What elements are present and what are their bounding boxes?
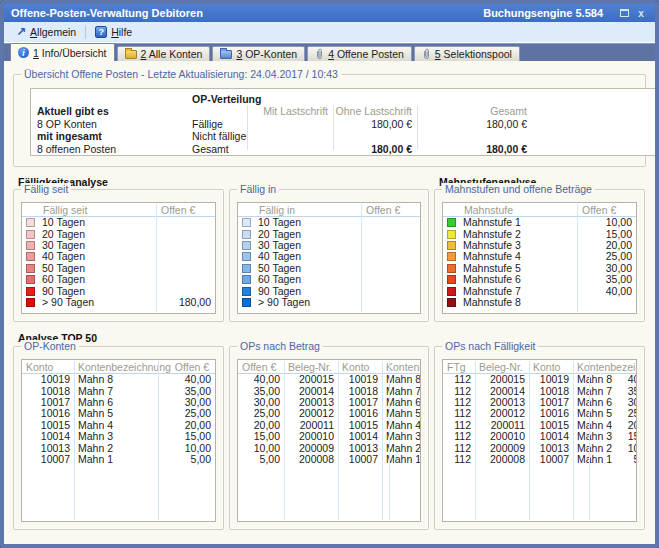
arrow-up-right-icon: ↗ <box>16 27 26 37</box>
menu-item-label: Hilfe <box>111 26 132 38</box>
menu-item-hilfe[interactable]: Hilfe <box>91 24 136 40</box>
table-row[interactable]: 40 Tagen <box>238 251 420 262</box>
table-row[interactable]: Mahnstufe 425,00 <box>443 251 636 262</box>
column-divider <box>529 361 530 520</box>
table-row[interactable]: 10019Mahn 840,00 <box>22 374 215 385</box>
mahnstufen-frame-label: Mahnstufen und offene Beträge <box>442 183 595 195</box>
engine-version: Buchungsengine 5.584 <box>483 7 603 19</box>
column-header: Mahnstufe <box>443 204 578 216</box>
column-header: Kontenbezeichnung <box>74 361 171 373</box>
value-faellige-gesamt: 180,00 € <box>417 118 532 130</box>
folder-icon <box>125 50 137 59</box>
table-header-row: Fällig inOffen € <box>238 203 420 217</box>
menu-item-allgemein[interactable]: ↗Allgemein <box>12 24 80 40</box>
overview-frame-label: Übersicht Offene Posten - Letzte Aktuali… <box>21 68 341 80</box>
table-row[interactable]: 10007Mahn 15,00 <box>22 454 215 465</box>
table-row[interactable]: > 90 Tagen180,00 <box>22 297 215 308</box>
column-divider <box>573 361 574 520</box>
column-header-mit-lastschrift: Mit Lastschrift <box>247 105 333 117</box>
table-row[interactable]: 5,0020000810007Mahn 1112 <box>238 454 420 465</box>
tab-offene-posten[interactable]: 4 Offene Posten <box>307 46 412 61</box>
column-divider <box>389 361 390 520</box>
row-label-nicht-faellige: Nicht fällige <box>192 130 247 142</box>
column-header: Offen € <box>238 361 284 373</box>
faellig-in-groupbox: Fällig in Fällig inOffen €10 Tagen20 Tag… <box>229 189 429 322</box>
tab-bar: 1 Info/Übersicht2 Alle Konten3 OP-Konten… <box>4 43 655 61</box>
faellig-seit-groupbox: Fällig seit Fällig seitOffen €10 Tagen20… <box>13 189 224 322</box>
color-swatch <box>242 287 251 296</box>
column-header: Fällig in <box>238 204 362 216</box>
table-row[interactable]: 40 Tagen <box>22 251 215 262</box>
color-swatch <box>242 218 251 227</box>
table-row[interactable]: Mahnstufe 635,00 <box>443 274 636 285</box>
color-swatch <box>242 230 251 239</box>
column-divider <box>338 361 339 520</box>
table-row[interactable]: 25,0020001210016Mahn 5112 <box>238 408 420 419</box>
color-swatch <box>242 264 251 273</box>
op-accounts-icon <box>220 50 232 59</box>
table-row[interactable]: 10016Mahn 525,00 <box>22 408 215 419</box>
color-swatch <box>26 241 35 250</box>
tab-selektionspool[interactable]: 5 Selektionspool <box>414 46 520 61</box>
faellig-seit-frame-label: Fällig seit <box>21 183 71 195</box>
column-divider <box>333 105 334 150</box>
color-swatch <box>26 252 35 261</box>
paperclip-icon <box>422 48 431 60</box>
tab-info-uebersicht[interactable]: 1 Info/Übersicht <box>10 43 115 61</box>
table-row[interactable]: 10 Tagen <box>238 217 420 228</box>
overview-groupbox: Übersicht Offene Posten - Letzte Aktuali… <box>13 74 646 167</box>
row-label-gesamt: Gesamt <box>192 143 247 155</box>
table-row[interactable]: 60 Tagen <box>22 274 215 285</box>
column-divider <box>74 361 75 520</box>
color-swatch <box>242 275 251 284</box>
table-row[interactable]: 11220001010014Mahn 315,00 <box>443 431 636 442</box>
menu-separator <box>85 26 86 39</box>
tab-alle-konten[interactable]: 2 Alle Konten <box>117 46 211 61</box>
summary-line: 8 offenen Posten <box>37 143 192 155</box>
table-row[interactable]: 11220001210016Mahn 525,00 <box>443 408 636 419</box>
ops-nach-betrag-frame-label: OPs nach Betrag <box>237 340 323 352</box>
op-konten-frame-label: OP-Konten <box>21 340 79 352</box>
table-header-row: Fällig seitOffen € <box>22 203 215 217</box>
table-row[interactable]: 15,0020001010014Mahn 3112 <box>238 431 420 442</box>
color-swatch <box>26 230 35 239</box>
restore-window-button[interactable] <box>617 7 631 20</box>
close-window-button[interactable]: x <box>634 7 648 20</box>
restore-icon <box>620 9 629 17</box>
column-header-ohne-lastschrift: Ohne Lastschrift <box>333 105 417 117</box>
info-icon <box>18 47 29 58</box>
op-konten-groupbox: OP-Konten KontoKontenbezeichnungOffen €1… <box>13 346 224 530</box>
tab-op-konten[interactable]: 3 OP-Konten <box>212 46 305 61</box>
window-title: Offene-Posten-Verwaltung Debitoren <box>11 7 483 19</box>
table-row[interactable]: 11220000810007Mahn 15,00 <box>443 454 636 465</box>
table-row[interactable]: Mahnstufe 110,00 <box>443 217 636 228</box>
faellig-in-frame-label: Fällig in <box>237 183 279 195</box>
value-faellige-ohne: 180,00 € <box>333 118 417 130</box>
titlebar: Offene-Posten-Verwaltung Debitoren Buchu… <box>4 4 655 22</box>
top50-heading: Analyse TOP 50 <box>13 332 646 344</box>
color-swatch <box>26 298 35 307</box>
color-swatch <box>447 264 456 273</box>
table-header-row: MahnstufeOffen € <box>443 203 636 217</box>
table-row[interactable]: 40,0020001510019Mahn 8112 <box>238 374 420 385</box>
ops-nach-betrag-groupbox: OPs nach Betrag Offen €Beleg-Nr.KontoKon… <box>229 346 429 530</box>
tab-label: 3 OP-Konten <box>236 48 297 60</box>
color-swatch <box>447 218 456 227</box>
tab-label: 5 Selektionspool <box>435 48 512 60</box>
column-header: Beleg-Nr. <box>475 361 529 373</box>
color-swatch <box>26 218 35 227</box>
column-header: Offen € <box>578 204 636 216</box>
table-row[interactable]: 10 Tagen <box>22 217 215 228</box>
column-header: Offen € <box>157 204 215 216</box>
table-row[interactable]: > 90 Tagen <box>238 297 420 308</box>
help-icon <box>95 26 107 38</box>
column-header: Offen € <box>171 361 216 373</box>
table-row[interactable]: 10014Mahn 315,00 <box>22 431 215 442</box>
content-area: Übersicht Offene Posten - Letzte Aktuali… <box>4 61 655 530</box>
value-gesamt-ohne: 180,00 € <box>333 143 417 155</box>
faellig-in-table: Fällig inOffen €10 Tagen20 Tagen30 Tagen… <box>237 202 421 314</box>
color-swatch <box>447 252 456 261</box>
table-row[interactable]: Mahnstufe 8 <box>443 297 636 308</box>
table-row[interactable]: 60 Tagen <box>238 274 420 285</box>
table-row[interactable]: 11220001510019Mahn 840,00 <box>443 374 636 385</box>
